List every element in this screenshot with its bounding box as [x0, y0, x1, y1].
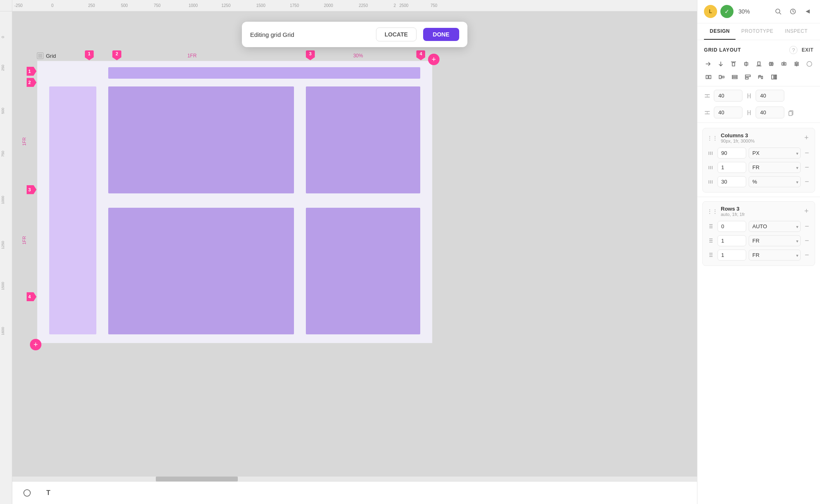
- col-val-1[interactable]: [718, 148, 746, 159]
- text-tool[interactable]: T: [42, 486, 55, 499]
- grid-layout-help[interactable]: ?: [789, 46, 797, 54]
- col-remove-1[interactable]: −: [803, 149, 811, 157]
- ellipse-tool[interactable]: [20, 486, 34, 499]
- row-remove-2[interactable]: −: [803, 236, 811, 245]
- add-row-button[interactable]: +: [30, 339, 41, 350]
- col-val-3[interactable]: [718, 176, 746, 187]
- tab-design[interactable]: DESIGN: [704, 23, 736, 40]
- scroll-thumb[interactable]: [156, 477, 238, 481]
- col-marker-2[interactable]: 2: [112, 50, 121, 60]
- col-val-2[interactable]: [718, 162, 746, 173]
- row-marker-2[interactable]: 2: [27, 78, 36, 87]
- col-unit-1[interactable]: PXFR%AUTO: [749, 148, 801, 159]
- columns-section-title: Columns 3: [721, 132, 802, 138]
- locate-button[interactable]: LOCATE: [376, 27, 417, 41]
- row-spacing-left-input[interactable]: [714, 90, 743, 102]
- col-unit-2[interactable]: PXFR%AUTO: [749, 162, 801, 173]
- svg-rect-31: [719, 75, 721, 79]
- svg-rect-0: [39, 54, 40, 55]
- row-remove-1[interactable]: −: [803, 222, 811, 231]
- row-unit-1[interactable]: PXFR%AUTO: [749, 221, 801, 232]
- row-val-3[interactable]: [718, 250, 746, 261]
- row-val-1[interactable]: [718, 221, 746, 232]
- ruler-mark-1750: 1750: [290, 3, 299, 8]
- layout-icon-f[interactable]: [768, 71, 780, 83]
- search-icon-btn[interactable]: [772, 6, 784, 17]
- row-spacing-left-input-2[interactable]: [714, 107, 743, 118]
- svg-rect-36: [745, 77, 748, 79]
- share-icon-btn[interactable]: [802, 6, 813, 17]
- svg-rect-57: [708, 152, 709, 155]
- svg-rect-21: [782, 63, 784, 65]
- col-remove-3[interactable]: −: [803, 177, 811, 186]
- row-row-3: PXFR%AUTO ▾ −: [703, 248, 815, 262]
- row-unit-3[interactable]: PXFR%AUTO: [749, 250, 801, 261]
- distribute-v-icon[interactable]: [790, 58, 802, 70]
- columns-drag-handle[interactable]: ⋮⋮: [707, 135, 718, 141]
- col-spacing-right-input[interactable]: [756, 90, 784, 102]
- svg-point-28: [807, 61, 812, 66]
- rows-drag-handle[interactable]: ⋮⋮: [707, 208, 718, 215]
- user-avatar: L: [704, 5, 717, 18]
- align-top-icon[interactable]: [728, 58, 740, 70]
- tab-prototype[interactable]: PROTOTYPE: [736, 23, 779, 40]
- add-column-entry-btn[interactable]: +: [802, 134, 811, 142]
- ruler-mark-2250: 2250: [359, 3, 368, 8]
- canvas-content[interactable]: Editing grid Grid LOCATE DONE Grid: [12, 11, 697, 477]
- svg-line-6: [779, 13, 781, 14]
- add-column-button[interactable]: +: [428, 54, 440, 65]
- col-marker-1[interactable]: 1: [85, 50, 94, 60]
- row-marker-3[interactable]: 3: [27, 185, 36, 194]
- row-row-3-icon: [707, 251, 715, 259]
- align-center-v-icon[interactable]: [740, 58, 752, 70]
- ruler-mark-500: 500: [121, 3, 128, 8]
- layout-icon-d[interactable]: [742, 71, 754, 83]
- row-spacing-icon-2: [703, 109, 711, 116]
- svg-rect-68: [709, 227, 713, 228]
- align-bottom-icon[interactable]: [753, 58, 765, 70]
- center-h-icon[interactable]: [778, 58, 790, 70]
- layout-icon-e[interactable]: [755, 71, 767, 83]
- col-marker-3[interactable]: 3: [306, 50, 315, 60]
- svg-rect-58: [710, 152, 711, 155]
- align-circle-icon[interactable]: [803, 58, 815, 70]
- row-val-2[interactable]: [718, 235, 746, 246]
- layout-icon-a[interactable]: [702, 71, 715, 83]
- copy-icon-btn[interactable]: [787, 109, 795, 116]
- ruler-mark-neg250: -250: [14, 3, 23, 8]
- history-icon-btn[interactable]: [787, 6, 799, 17]
- add-row-entry-btn[interactable]: +: [802, 207, 811, 216]
- col-row-2: PXFR%AUTO ▾ −: [703, 160, 815, 175]
- distribute-h-icon[interactable]: [765, 58, 777, 70]
- col-marker-4[interactable]: 4: [416, 50, 425, 60]
- canvas-area: -250 0 250 500 750 1000 1250 1500 1750 2…: [12, 0, 697, 504]
- col-spacing-right-input-2[interactable]: [756, 107, 784, 118]
- exit-button[interactable]: EXIT: [802, 47, 813, 53]
- svg-rect-61: [710, 166, 711, 169]
- row-unit-2[interactable]: PXFR%AUTO: [749, 235, 801, 246]
- row-marker-4[interactable]: 4: [27, 292, 36, 301]
- layout-icon-c[interactable]: [729, 71, 741, 83]
- svg-rect-66: [709, 224, 713, 225]
- grid-label: Grid: [37, 52, 56, 59]
- svg-rect-30: [709, 75, 711, 79]
- right-panel: L ✓ 30% DESIGN PROTOTYPE INSPECT: [697, 0, 820, 504]
- tab-inspect[interactable]: INSPECT: [779, 23, 813, 40]
- col-unit-3[interactable]: PXFR%AUTO: [749, 176, 801, 187]
- grid-layout-header: GRID LAYOUT ? EXIT: [697, 40, 820, 57]
- align-down-icon[interactable]: [715, 58, 727, 70]
- ruler-mark-2000: 2000: [324, 3, 333, 8]
- presence-avatar: ✓: [720, 5, 733, 18]
- col-badge-1: 1: [85, 50, 94, 60]
- layout-icon-b[interactable]: [715, 71, 728, 83]
- horizontal-scrollbar[interactable]: [12, 477, 697, 481]
- row-marker-1[interactable]: 1: [27, 67, 36, 76]
- row-remove-3[interactable]: −: [803, 251, 811, 259]
- row-badge-4: 4: [27, 292, 36, 301]
- svg-rect-70: [709, 240, 713, 241]
- done-button[interactable]: DONE: [423, 28, 459, 41]
- align-right-icon[interactable]: [702, 58, 714, 70]
- col-label-1fr: 1FR: [187, 53, 197, 59]
- grid-cell-top-left: [108, 86, 294, 193]
- col-remove-2[interactable]: −: [803, 163, 811, 172]
